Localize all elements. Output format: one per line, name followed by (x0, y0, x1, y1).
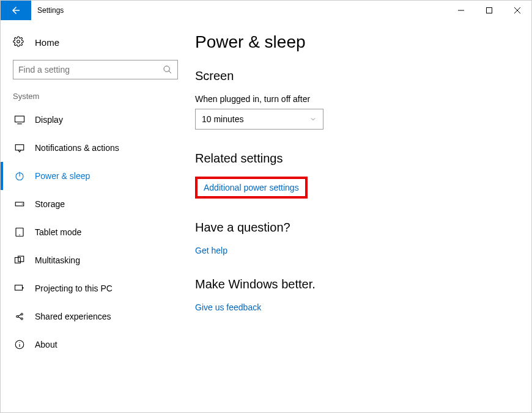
sidebar-item-label: About (35, 340, 57, 349)
sidebar-item-label: Shared experiences (35, 312, 111, 321)
feedback-section: Make Windows better. Give us feedback (195, 277, 513, 312)
close-icon (514, 7, 520, 13)
give-feedback-link[interactable]: Give us feedback (195, 302, 261, 312)
chevron-down-icon (309, 115, 317, 123)
home-label: Home (35, 37, 59, 48)
combobox-value: 10 minutes (202, 114, 309, 124)
close-button[interactable] (503, 1, 531, 20)
screen-section: Screen When plugged in, turn off after 1… (195, 69, 513, 130)
svg-rect-11 (15, 285, 23, 290)
notifications-icon (13, 142, 26, 153)
main-panel: Power & sleep Screen When plugged in, tu… (190, 20, 531, 412)
display-icon (13, 114, 26, 125)
sidebar-item-label: Multitasking (35, 255, 80, 265)
category-label: System (1, 92, 190, 106)
related-settings-heading: Related settings (195, 152, 513, 166)
minimize-button[interactable] (447, 1, 475, 20)
svg-rect-0 (487, 8, 492, 13)
gear-icon (13, 36, 26, 49)
storage-icon (13, 199, 26, 210)
maximize-icon (486, 7, 492, 13)
sidebar-item-storage[interactable]: Storage (1, 190, 190, 218)
search-input[interactable] (18, 65, 163, 75)
sidebar-item-power-sleep[interactable]: Power & sleep (1, 162, 190, 190)
svg-rect-2 (15, 116, 24, 122)
screen-turnoff-label: When plugged in, turn off after (195, 94, 513, 104)
home-button[interactable]: Home (1, 31, 190, 60)
window-controls (447, 1, 531, 20)
arrow-left-icon (10, 5, 21, 16)
screen-heading: Screen (195, 69, 513, 83)
svg-point-12 (17, 316, 18, 318)
back-button[interactable] (1, 1, 31, 20)
info-icon (13, 339, 26, 350)
svg-rect-9 (15, 258, 21, 263)
sidebar-item-shared-experiences[interactable]: Shared experiences (1, 302, 190, 331)
svg-rect-10 (18, 256, 24, 261)
minimize-icon (458, 7, 464, 13)
projecting-icon (13, 283, 26, 294)
sidebar-item-tablet-mode[interactable]: Tablet mode (1, 218, 190, 246)
window-title: Settings (31, 1, 447, 20)
svg-rect-3 (15, 145, 24, 150)
question-heading: Have a question? (195, 221, 513, 235)
search-box[interactable] (13, 60, 178, 79)
sidebar-item-label: Notifications & actions (35, 143, 119, 153)
titlebar: Settings (1, 1, 531, 20)
svg-point-6 (22, 203, 23, 205)
sidebar-item-label: Display (35, 115, 63, 125)
screen-turnoff-combobox[interactable]: 10 minutes (195, 109, 323, 130)
sidebar-item-projecting[interactable]: Projecting to this PC (1, 274, 190, 302)
sidebar-item-about[interactable]: About (1, 331, 190, 359)
multitasking-icon (13, 255, 26, 266)
sidebar-item-notifications[interactable]: Notifications & actions (1, 134, 190, 162)
svg-point-1 (164, 66, 169, 71)
have-a-question-section: Have a question? Get help (195, 221, 513, 255)
search-icon (163, 65, 172, 75)
highlight-annotation: Additional power settings (195, 177, 308, 199)
sidebar-item-label: Storage (35, 199, 65, 209)
get-help-link[interactable]: Get help (195, 246, 227, 255)
svg-point-8 (19, 235, 20, 236)
sidebar-item-label: Tablet mode (35, 227, 81, 237)
additional-power-settings-link[interactable]: Additional power settings (204, 183, 299, 192)
content-area: Home System Display Notifications & acti… (1, 20, 531, 412)
sidebar-item-label: Power & sleep (35, 171, 90, 181)
power-icon (13, 170, 26, 181)
sidebar: Home System Display Notifications & acti… (1, 20, 190, 412)
sidebar-item-label: Projecting to this PC (35, 283, 113, 293)
tablet-icon (13, 227, 26, 238)
related-settings-section: Related settings Additional power settin… (195, 152, 513, 199)
shared-experiences-icon (13, 311, 26, 322)
page-title: Power & sleep (195, 32, 513, 52)
feedback-heading: Make Windows better. (195, 277, 513, 291)
sidebar-item-multitasking[interactable]: Multitasking (1, 246, 190, 274)
svg-point-14 (21, 318, 23, 320)
maximize-button[interactable] (475, 1, 503, 20)
sidebar-item-display[interactable]: Display (1, 106, 190, 134)
svg-point-13 (21, 313, 23, 315)
